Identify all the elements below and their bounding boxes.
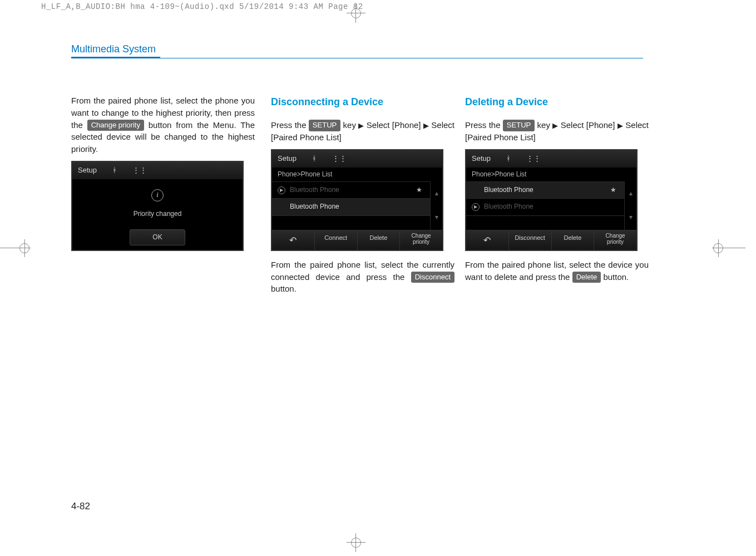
file-header-text: H_LF_A,B_AUDIO:BH hma 4-109~(Audio).qxd … — [41, 2, 363, 11]
list-item-dim[interactable]: ▶ Bluetooth Phone ★ — [272, 181, 430, 198]
shot-topbar: Setup ᚼ ⋮⋮ — [72, 162, 243, 179]
delete-button-label: Delete — [572, 272, 601, 283]
bluetooth-icon: ᚼ — [506, 154, 511, 164]
scroll-down-icon[interactable]: ▾ — [431, 205, 442, 229]
change-priority-button[interactable]: Change priority — [399, 230, 442, 250]
list-item-selected[interactable]: Bluetooth Phone — [272, 198, 430, 215]
change-line2: priority — [607, 239, 624, 245]
col3-press: Press the — [465, 120, 503, 130]
shot-setup-label: Setup — [278, 154, 297, 164]
scroll-down-icon[interactable]: ▾ — [625, 205, 636, 229]
priority-changed-text: Priority changed — [134, 209, 182, 219]
list-item-empty — [272, 215, 430, 230]
arrow-icon: ▶ — [423, 121, 429, 130]
shot-bottom-bar: ↶ Connect Delete Change priority — [272, 230, 442, 250]
arrow-icon: ▶ — [358, 121, 364, 130]
bluetooth-icon: ᚼ — [312, 154, 317, 164]
star-icon: ★ — [610, 185, 619, 195]
breadcrumb: Phone>Phone List — [466, 168, 636, 181]
disconnect-button[interactable]: Disconnect — [508, 230, 551, 250]
col3-after-b: button. — [603, 272, 629, 282]
disconnecting-heading: Disconnecting a Device — [271, 95, 454, 109]
arrow-icon: ▶ — [552, 121, 558, 130]
scroll-up-icon[interactable]: ▴ — [625, 181, 636, 205]
list-item-label: Bluetooth Phone — [484, 185, 533, 195]
shot-topbar: Setup ᚼ ⋮⋮ — [272, 150, 442, 168]
arrow-icon: ▶ — [617, 121, 623, 130]
col2-after: From the paired phone list, select the c… — [271, 259, 454, 295]
registration-mark-right — [712, 239, 745, 257]
list-item-selected[interactable]: Bluetooth Phone ★ — [466, 181, 624, 198]
disconnect-button-label: Disconnect — [411, 272, 454, 283]
star-icon: ★ — [416, 185, 424, 195]
registration-mark-left — [0, 239, 31, 257]
col2-after-b: button. — [271, 284, 297, 293]
shot-setup-label: Setup — [78, 165, 97, 176]
registration-mark-bottom — [348, 534, 364, 551]
column-3: Deleting a Device Press the SETUP key ▶ … — [465, 95, 649, 287]
bluetooth-icon: ᚼ — [112, 165, 117, 176]
col3-after: From the paired phone list, select the d… — [465, 259, 649, 283]
screenshot-phone-list-delete: Setup ᚼ ⋮⋮ Phone>Phone List Bluetooth Ph… — [465, 149, 638, 251]
shot-topbar: Setup ᚼ ⋮⋮ — [466, 150, 636, 168]
change-priority-button[interactable]: Change priority — [594, 230, 636, 250]
scrollbar[interactable]: ▴ ▾ — [624, 181, 636, 230]
setup-key-label: SETUP — [503, 120, 535, 131]
screenshot-phone-list-connect: Setup ᚼ ⋮⋮ Phone>Phone List ▶ Bluetooth … — [271, 149, 443, 251]
share-icon: ⋮⋮ — [526, 154, 541, 164]
column-2: Disconnecting a Device Press the SETUP k… — [271, 95, 454, 299]
col2-instruction: Press the SETUP key ▶ Select [Phone] ▶ S… — [271, 119, 454, 144]
list-item-empty — [466, 215, 624, 230]
play-icon: ▶ — [278, 186, 285, 194]
list-item-label: Bluetooth Phone — [484, 202, 533, 211]
section-title: Multimedia System — [71, 43, 156, 55]
col1-paragraph: From the paired phone list, select the p… — [71, 95, 255, 155]
col2-sel1: Select [Phone] — [367, 120, 421, 130]
change-priority-button-label: Change priority — [87, 120, 144, 131]
shot-bottom-bar: ↶ Disconnect Delete Change priority — [466, 230, 636, 250]
breadcrumb: Phone>Phone List — [272, 168, 442, 181]
change-line2: priority — [413, 239, 429, 245]
setup-key-label: SETUP — [309, 120, 340, 131]
col2-press: Press the — [271, 120, 309, 130]
scroll-up-icon[interactable]: ▴ — [431, 181, 442, 205]
list-item-dim[interactable]: ▶ Bluetooth Phone — [466, 198, 624, 215]
connect-button[interactable]: Connect — [314, 230, 357, 250]
screenshot-priority-changed: Setup ᚼ ⋮⋮ i Priority changed OK — [71, 161, 244, 251]
share-icon: ⋮⋮ — [332, 154, 347, 164]
scrollbar[interactable]: ▴ ▾ — [430, 181, 442, 230]
play-icon: ▶ — [472, 203, 480, 211]
col3-sel1: Select [Phone] — [561, 120, 615, 130]
col3-key: key — [537, 120, 550, 130]
column-1: From the paired phone list, select the p… — [71, 95, 255, 259]
page-number: 4-82 — [71, 501, 90, 512]
delete-button[interactable]: Delete — [357, 230, 400, 250]
ok-button[interactable]: OK — [130, 229, 185, 245]
back-button[interactable]: ↶ — [272, 230, 314, 250]
shot-setup-label: Setup — [472, 154, 491, 164]
section-underline — [71, 57, 643, 60]
share-icon: ⋮⋮ — [132, 165, 147, 176]
change-line1: Change — [606, 233, 625, 239]
col2-key: key — [343, 120, 356, 130]
back-button[interactable]: ↶ — [466, 230, 508, 250]
change-line1: Change — [412, 233, 431, 239]
list-item-label: Bluetooth Phone — [290, 202, 339, 211]
list-item-label: Bluetooth Phone — [290, 185, 339, 195]
deleting-heading: Deleting a Device — [465, 95, 649, 109]
registration-mark-top — [348, 5, 364, 22]
info-icon: i — [151, 189, 164, 201]
delete-button[interactable]: Delete — [551, 230, 594, 250]
col3-instruction: Press the SETUP key ▶ Select [Phone] ▶ S… — [465, 119, 649, 144]
